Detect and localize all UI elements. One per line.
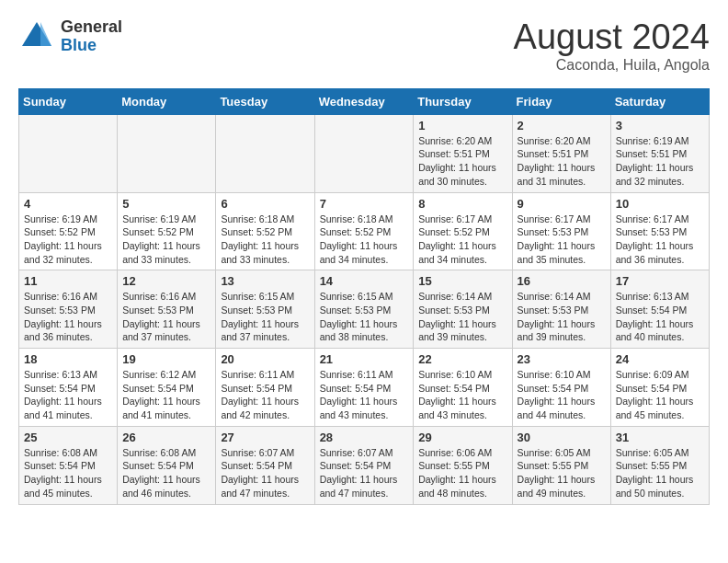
day-number: 2	[518, 119, 606, 132]
calendar-header: SundayMondayTuesdayWednesdayThursdayFrid…	[19, 88, 710, 114]
day-details: Sunrise: 6:20 AMSunset: 5:51 PMDaylight:…	[518, 134, 606, 189]
day-details: Sunrise: 6:16 AMSunset: 5:53 PMDaylight:…	[122, 290, 210, 344]
day-number: 24	[616, 352, 704, 366]
day-details: Sunrise: 6:05 AMSunset: 5:55 PMDaylight:…	[616, 446, 704, 500]
day-number: 30	[518, 431, 606, 444]
logo-icon	[18, 18, 55, 55]
day-number: 13	[221, 274, 309, 288]
day-number: 1	[418, 119, 506, 132]
day-number: 29	[418, 431, 506, 444]
calendar-cell: 29Sunrise: 6:06 AMSunset: 5:55 PMDayligh…	[414, 426, 512, 504]
calendar-cell: 9Sunrise: 6:17 AMSunset: 5:53 PMDaylight…	[512, 192, 610, 270]
day-details: Sunrise: 6:07 AMSunset: 5:54 PMDaylight:…	[320, 446, 409, 500]
day-details: Sunrise: 6:19 AMSunset: 5:51 PMDaylight:…	[616, 134, 704, 189]
day-number: 14	[320, 274, 409, 288]
day-header-tuesday: Tuesday	[216, 88, 314, 114]
calendar-cell: 5Sunrise: 6:19 AMSunset: 5:52 PMDaylight…	[118, 192, 216, 270]
day-number: 7	[320, 197, 409, 211]
calendar-cell: 3Sunrise: 6:19 AMSunset: 5:51 PMDaylight…	[610, 114, 709, 192]
logo-general-text: General	[61, 18, 122, 37]
day-header-wednesday: Wednesday	[314, 88, 414, 114]
day-details: Sunrise: 6:11 AMSunset: 5:54 PMDaylight:…	[320, 368, 409, 422]
day-details: Sunrise: 6:07 AMSunset: 5:54 PMDaylight:…	[221, 446, 309, 500]
day-number: 25	[24, 431, 112, 444]
logo-text: General Blue	[61, 18, 122, 55]
calendar-cell: 28Sunrise: 6:07 AMSunset: 5:54 PMDayligh…	[314, 426, 414, 504]
day-header-monday: Monday	[118, 88, 216, 114]
calendar-cell: 8Sunrise: 6:17 AMSunset: 5:52 PMDaylight…	[414, 192, 512, 270]
day-header-saturday: Saturday	[610, 88, 709, 114]
day-details: Sunrise: 6:18 AMSunset: 5:52 PMDaylight:…	[320, 213, 409, 267]
day-number: 22	[418, 352, 506, 366]
day-details: Sunrise: 6:08 AMSunset: 5:54 PMDaylight:…	[122, 446, 210, 500]
day-details: Sunrise: 6:17 AMSunset: 5:53 PMDaylight:…	[518, 213, 606, 267]
logo: General Blue	[18, 18, 122, 55]
location-subtitle: Caconda, Huila, Angola	[514, 57, 710, 74]
calendar-week-1: 1Sunrise: 6:20 AMSunset: 5:51 PMDaylight…	[19, 114, 710, 192]
calendar-cell: 18Sunrise: 6:13 AMSunset: 5:54 PMDayligh…	[19, 349, 118, 427]
calendar-week-3: 11Sunrise: 6:16 AMSunset: 5:53 PMDayligh…	[19, 270, 710, 349]
day-details: Sunrise: 6:08 AMSunset: 5:54 PMDaylight:…	[24, 446, 112, 500]
calendar-week-5: 25Sunrise: 6:08 AMSunset: 5:54 PMDayligh…	[19, 426, 710, 504]
day-details: Sunrise: 6:15 AMSunset: 5:53 PMDaylight:…	[320, 290, 409, 344]
calendar-week-2: 4Sunrise: 6:19 AMSunset: 5:52 PMDaylight…	[19, 192, 710, 270]
day-details: Sunrise: 6:20 AMSunset: 5:51 PMDaylight:…	[418, 134, 506, 189]
calendar-cell: 20Sunrise: 6:11 AMSunset: 5:54 PMDayligh…	[216, 349, 314, 427]
calendar-cell: 17Sunrise: 6:13 AMSunset: 5:54 PMDayligh…	[610, 270, 709, 349]
page-header: General Blue August 2024 Caconda, Huila,…	[18, 18, 710, 74]
calendar-cell: 24Sunrise: 6:09 AMSunset: 5:54 PMDayligh…	[610, 349, 709, 427]
calendar-cell: 22Sunrise: 6:10 AMSunset: 5:54 PMDayligh…	[414, 349, 512, 427]
day-details: Sunrise: 6:17 AMSunset: 5:53 PMDaylight:…	[616, 213, 704, 267]
day-number: 27	[221, 431, 309, 444]
calendar-week-4: 18Sunrise: 6:13 AMSunset: 5:54 PMDayligh…	[19, 349, 710, 427]
day-number: 19	[122, 352, 210, 366]
calendar-cell	[216, 114, 314, 192]
day-number: 16	[518, 274, 606, 288]
calendar-cell: 15Sunrise: 6:14 AMSunset: 5:53 PMDayligh…	[414, 270, 512, 349]
day-details: Sunrise: 6:06 AMSunset: 5:55 PMDaylight:…	[418, 446, 506, 500]
day-number: 18	[24, 352, 112, 366]
calendar-cell: 27Sunrise: 6:07 AMSunset: 5:54 PMDayligh…	[216, 426, 314, 504]
day-details: Sunrise: 6:09 AMSunset: 5:54 PMDaylight:…	[616, 368, 704, 422]
calendar-cell: 23Sunrise: 6:10 AMSunset: 5:54 PMDayligh…	[512, 349, 610, 427]
calendar-cell: 7Sunrise: 6:18 AMSunset: 5:52 PMDaylight…	[314, 192, 414, 270]
calendar-cell: 19Sunrise: 6:12 AMSunset: 5:54 PMDayligh…	[118, 349, 216, 427]
calendar-cell	[19, 114, 118, 192]
day-number: 23	[518, 352, 606, 366]
day-details: Sunrise: 6:18 AMSunset: 5:52 PMDaylight:…	[221, 213, 309, 267]
calendar-body: 1Sunrise: 6:20 AMSunset: 5:51 PMDaylight…	[19, 114, 710, 504]
day-number: 26	[122, 431, 210, 444]
day-details: Sunrise: 6:13 AMSunset: 5:54 PMDaylight:…	[24, 368, 112, 422]
day-number: 15	[418, 274, 506, 288]
day-details: Sunrise: 6:14 AMSunset: 5:53 PMDaylight:…	[418, 290, 506, 344]
calendar-cell: 12Sunrise: 6:16 AMSunset: 5:53 PMDayligh…	[118, 270, 216, 349]
day-number: 9	[518, 197, 606, 211]
day-header-sunday: Sunday	[19, 88, 118, 114]
svg-marker-1	[40, 22, 51, 46]
month-year-title: August 2024	[514, 18, 710, 57]
day-number: 3	[616, 119, 704, 132]
day-number: 28	[320, 431, 409, 444]
calendar-cell: 16Sunrise: 6:14 AMSunset: 5:53 PMDayligh…	[512, 270, 610, 349]
calendar-cell: 1Sunrise: 6:20 AMSunset: 5:51 PMDaylight…	[414, 114, 512, 192]
calendar-cell: 10Sunrise: 6:17 AMSunset: 5:53 PMDayligh…	[610, 192, 709, 270]
calendar-cell: 25Sunrise: 6:08 AMSunset: 5:54 PMDayligh…	[19, 426, 118, 504]
day-number: 12	[122, 274, 210, 288]
logo-blue-text: Blue	[61, 37, 122, 55]
calendar-cell: 13Sunrise: 6:15 AMSunset: 5:53 PMDayligh…	[216, 270, 314, 349]
day-header-thursday: Thursday	[414, 88, 512, 114]
day-details: Sunrise: 6:17 AMSunset: 5:52 PMDaylight:…	[418, 213, 506, 267]
day-header-friday: Friday	[512, 88, 610, 114]
day-details: Sunrise: 6:11 AMSunset: 5:54 PMDaylight:…	[221, 368, 309, 422]
calendar-table: SundayMondayTuesdayWednesdayThursdayFrid…	[18, 88, 710, 505]
day-details: Sunrise: 6:15 AMSunset: 5:53 PMDaylight:…	[221, 290, 309, 344]
day-details: Sunrise: 6:12 AMSunset: 5:54 PMDaylight:…	[122, 368, 210, 422]
day-details: Sunrise: 6:10 AMSunset: 5:54 PMDaylight:…	[418, 368, 506, 422]
day-number: 11	[24, 274, 112, 288]
calendar-cell: 26Sunrise: 6:08 AMSunset: 5:54 PMDayligh…	[118, 426, 216, 504]
day-details: Sunrise: 6:05 AMSunset: 5:55 PMDaylight:…	[518, 446, 606, 500]
calendar-cell: 2Sunrise: 6:20 AMSunset: 5:51 PMDaylight…	[512, 114, 610, 192]
day-number: 5	[122, 197, 210, 211]
calendar-cell	[314, 114, 414, 192]
day-number: 10	[616, 197, 704, 211]
